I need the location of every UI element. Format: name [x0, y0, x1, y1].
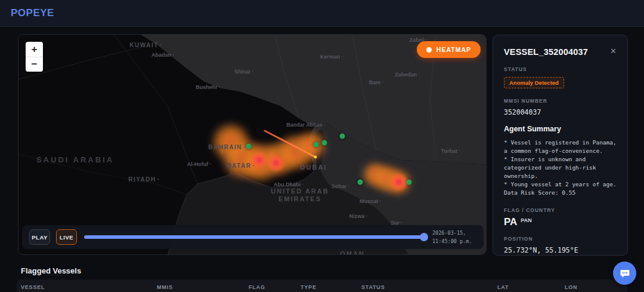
map-container[interactable]: KUWAITAbadanBushehrShirazKermanZabolZahe…	[18, 34, 487, 255]
agent-summary-line: * Young vessel at 2 years of age.	[504, 180, 617, 189]
vessel-detail-panel: VESSEL_352004037 ✕ STATUS Anomaly Detect…	[493, 35, 628, 256]
vessel-title: VESSEL_352004037	[504, 47, 588, 57]
mmsi-value: 352004037	[504, 108, 617, 116]
zoom-in-button[interactable]: +	[26, 42, 43, 57]
flag-code-small: PAN	[521, 217, 531, 223]
vessel-marker-red[interactable]	[397, 180, 402, 185]
vessel-marker-green[interactable]	[322, 140, 327, 146]
timeline-slider-track[interactable]	[84, 235, 424, 239]
app-header: POPEYE	[0, 0, 644, 27]
agent-summary-text: * Vessel is registered in Panama, a comm…	[504, 139, 617, 197]
table-column-header[interactable]: TYPE	[301, 284, 317, 290]
agent-summary-line: Data Risk Score: 0.55	[504, 189, 617, 197]
timeline-timestamp: 2026-03-15, 11:45:00 p.m.	[432, 229, 472, 245]
heatmap-toggle-button[interactable]: HEATMAP	[417, 41, 481, 58]
timestamp-date: 2026-03-15,	[432, 229, 472, 237]
timeline-slider-thumb[interactable]	[420, 233, 428, 241]
agent-summary-line: * Insurer is unknown and categorized und…	[504, 155, 617, 180]
vessel-marker-green[interactable]	[340, 134, 345, 139]
zoom-out-button[interactable]: −	[26, 57, 43, 72]
chat-button[interactable]	[613, 262, 636, 285]
vessel-marker-red[interactable]	[257, 158, 262, 163]
chat-bubble-icon	[620, 268, 630, 279]
timestamp-time: 11:45:00 p.m.	[432, 237, 472, 245]
app-logo: POPEYE	[11, 7, 54, 19]
table-column-header[interactable]: LON	[565, 284, 577, 290]
position-label: POSITION	[504, 236, 617, 242]
status-label: STATUS	[504, 66, 617, 72]
table-column-header[interactable]: LAT	[497, 284, 509, 290]
heatmap-dot-icon	[426, 47, 432, 53]
timeline-bar: PLAY LIVE 2026-03-15, 11:45:00 p.m.	[22, 225, 484, 249]
table-column-header[interactable]: VESSEL	[21, 284, 45, 290]
flagged-vessels-table-header: VESSELMMISFLAGTYPESTATUSLATLON	[17, 279, 627, 292]
agent-summary-title: Agent Summary	[504, 125, 617, 133]
flag-code: PA	[504, 217, 517, 227]
vessel-marker-green[interactable]	[246, 144, 252, 149]
table-column-header[interactable]: MMIS	[157, 284, 173, 290]
play-button[interactable]: PLAY	[29, 229, 50, 245]
flagged-vessels-title: Flagged Vessels	[21, 266, 81, 275]
map-zoom-control: + −	[26, 42, 43, 72]
position-value: 25.732°N, 55.195°E	[504, 246, 617, 254]
status-badge: Anomaly Detected	[504, 77, 564, 88]
table-column-header[interactable]: STATUS	[361, 284, 385, 290]
close-icon[interactable]: ✕	[610, 47, 617, 56]
mmsi-label: MMSI NUMBER	[504, 98, 617, 104]
agent-summary-line: * Vessel is registered in Panama, a comm…	[504, 139, 617, 155]
vessel-track-line	[18, 35, 487, 255]
live-button[interactable]: LIVE	[56, 229, 77, 245]
flag-country-label: FLAG / COUNTRY	[504, 207, 617, 213]
heatmap-button-label: HEATMAP	[436, 46, 471, 53]
table-column-header[interactable]: FLAG	[249, 284, 265, 290]
vessel-marker-green[interactable]	[358, 180, 363, 185]
vessel-marker-green[interactable]	[314, 142, 319, 147]
vessel-marker-red[interactable]	[274, 161, 279, 166]
